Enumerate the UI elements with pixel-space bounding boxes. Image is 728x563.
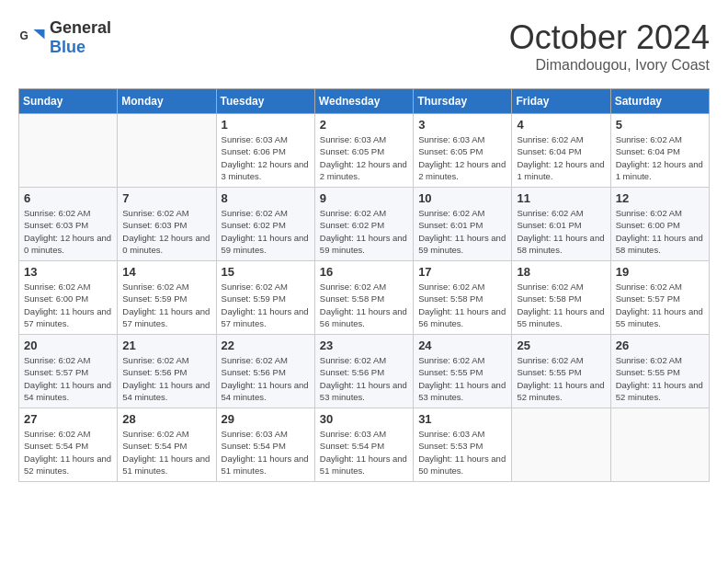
day-number: 29 bbox=[222, 412, 310, 426]
calendar-day-cell: 8Sunrise: 6:02 AMSunset: 6:02 PMDaylight… bbox=[216, 188, 314, 261]
day-info: Sunrise: 6:03 AMSunset: 6:05 PMDaylight:… bbox=[320, 133, 408, 182]
day-number: 15 bbox=[222, 265, 310, 279]
day-number: 9 bbox=[320, 191, 408, 205]
day-info: Sunrise: 6:03 AMSunset: 5:53 PMDaylight:… bbox=[418, 428, 506, 477]
logo-icon: G bbox=[18, 24, 46, 52]
day-number: 5 bbox=[616, 118, 704, 132]
day-info: Sunrise: 6:02 AMSunset: 5:56 PMDaylight:… bbox=[320, 354, 408, 403]
calendar-day-cell: 10Sunrise: 6:02 AMSunset: 6:01 PMDayligh… bbox=[414, 188, 512, 261]
day-number: 1 bbox=[222, 118, 310, 132]
day-number: 11 bbox=[517, 191, 605, 205]
location-subtitle: Dimandougou, Ivory Coast bbox=[509, 57, 710, 74]
calendar-day-cell: 15Sunrise: 6:02 AMSunset: 5:59 PMDayligh… bbox=[216, 261, 314, 335]
calendar-day-cell: 23Sunrise: 6:02 AMSunset: 5:56 PMDayligh… bbox=[314, 335, 413, 408]
calendar-week-row: 1Sunrise: 6:03 AMSunset: 6:06 PMDaylight… bbox=[19, 114, 710, 188]
header: G General Blue October 2024 Dimandougou,… bbox=[18, 18, 710, 74]
day-info: Sunrise: 6:03 AMSunset: 5:54 PMDaylight:… bbox=[320, 428, 408, 477]
day-info: Sunrise: 6:02 AMSunset: 6:03 PMDaylight:… bbox=[24, 207, 112, 256]
day-info: Sunrise: 6:02 AMSunset: 6:00 PMDaylight:… bbox=[24, 281, 112, 329]
calendar-week-row: 27Sunrise: 6:02 AMSunset: 5:54 PMDayligh… bbox=[19, 408, 710, 482]
day-number: 24 bbox=[418, 339, 506, 352]
calendar-day-cell bbox=[610, 408, 709, 482]
weekday-header-cell: Saturday bbox=[610, 89, 709, 114]
day-number: 3 bbox=[418, 118, 506, 132]
day-number: 17 bbox=[418, 265, 506, 279]
day-info: Sunrise: 6:02 AMSunset: 5:58 PMDaylight:… bbox=[418, 281, 506, 329]
day-info: Sunrise: 6:02 AMSunset: 5:54 PMDaylight:… bbox=[122, 428, 210, 477]
day-info: Sunrise: 6:03 AMSunset: 6:05 PMDaylight:… bbox=[418, 133, 506, 182]
calendar-day-cell: 31Sunrise: 6:03 AMSunset: 5:53 PMDayligh… bbox=[414, 408, 512, 482]
day-number: 27 bbox=[24, 412, 112, 426]
calendar-day-cell: 21Sunrise: 6:02 AMSunset: 5:56 PMDayligh… bbox=[118, 335, 216, 408]
calendar-day-cell: 5Sunrise: 6:02 AMSunset: 6:04 PMDaylight… bbox=[610, 114, 709, 188]
day-info: Sunrise: 6:02 AMSunset: 5:57 PMDaylight:… bbox=[616, 281, 704, 329]
day-info: Sunrise: 6:02 AMSunset: 6:02 PMDaylight:… bbox=[320, 207, 408, 256]
day-number: 18 bbox=[517, 265, 605, 279]
calendar-week-row: 20Sunrise: 6:02 AMSunset: 5:57 PMDayligh… bbox=[19, 335, 710, 408]
calendar-day-cell: 17Sunrise: 6:02 AMSunset: 5:58 PMDayligh… bbox=[414, 261, 512, 335]
weekday-header-cell: Friday bbox=[512, 89, 610, 114]
weekday-header-cell: Sunday bbox=[19, 89, 118, 114]
calendar-day-cell: 20Sunrise: 6:02 AMSunset: 5:57 PMDayligh… bbox=[19, 335, 118, 408]
calendar-day-cell bbox=[512, 408, 610, 482]
day-info: Sunrise: 6:02 AMSunset: 5:56 PMDaylight:… bbox=[222, 354, 310, 403]
weekday-header-row: SundayMondayTuesdayWednesdayThursdayFrid… bbox=[19, 89, 710, 114]
calendar-day-cell: 12Sunrise: 6:02 AMSunset: 6:00 PMDayligh… bbox=[610, 188, 709, 261]
calendar-day-cell: 28Sunrise: 6:02 AMSunset: 5:54 PMDayligh… bbox=[118, 408, 216, 482]
day-info: Sunrise: 6:02 AMSunset: 5:59 PMDaylight:… bbox=[222, 281, 310, 329]
calendar-day-cell: 1Sunrise: 6:03 AMSunset: 6:06 PMDaylight… bbox=[216, 114, 314, 188]
day-info: Sunrise: 6:02 AMSunset: 6:01 PMDaylight:… bbox=[418, 207, 506, 256]
calendar-day-cell: 7Sunrise: 6:02 AMSunset: 6:03 PMDaylight… bbox=[118, 188, 216, 261]
calendar-day-cell: 16Sunrise: 6:02 AMSunset: 5:58 PMDayligh… bbox=[314, 261, 413, 335]
day-info: Sunrise: 6:02 AMSunset: 5:57 PMDaylight:… bbox=[24, 354, 112, 403]
day-info: Sunrise: 6:02 AMSunset: 6:03 PMDaylight:… bbox=[122, 207, 210, 256]
calendar-day-cell: 18Sunrise: 6:02 AMSunset: 5:58 PMDayligh… bbox=[512, 261, 610, 335]
title-area: October 2024 Dimandougou, Ivory Coast bbox=[509, 18, 710, 74]
calendar-day-cell: 2Sunrise: 6:03 AMSunset: 6:05 PMDaylight… bbox=[314, 114, 413, 188]
day-info: Sunrise: 6:02 AMSunset: 5:55 PMDaylight:… bbox=[418, 354, 506, 403]
day-number: 20 bbox=[24, 339, 112, 352]
calendar-day-cell: 4Sunrise: 6:02 AMSunset: 6:04 PMDaylight… bbox=[512, 114, 610, 188]
calendar-day-cell bbox=[19, 114, 118, 188]
calendar-day-cell: 11Sunrise: 6:02 AMSunset: 6:01 PMDayligh… bbox=[512, 188, 610, 261]
calendar-day-cell: 27Sunrise: 6:02 AMSunset: 5:54 PMDayligh… bbox=[19, 408, 118, 482]
logo-text: General Blue bbox=[50, 18, 111, 57]
day-number: 22 bbox=[222, 339, 310, 352]
calendar-day-cell: 29Sunrise: 6:03 AMSunset: 5:54 PMDayligh… bbox=[216, 408, 314, 482]
day-number: 7 bbox=[122, 191, 210, 205]
calendar-day-cell bbox=[118, 114, 216, 188]
day-info: Sunrise: 6:02 AMSunset: 5:55 PMDaylight:… bbox=[616, 354, 704, 403]
day-info: Sunrise: 6:03 AMSunset: 6:06 PMDaylight:… bbox=[222, 133, 310, 182]
day-number: 10 bbox=[418, 191, 506, 205]
calendar-day-cell: 19Sunrise: 6:02 AMSunset: 5:57 PMDayligh… bbox=[610, 261, 709, 335]
calendar-day-cell: 24Sunrise: 6:02 AMSunset: 5:55 PMDayligh… bbox=[414, 335, 512, 408]
day-info: Sunrise: 6:02 AMSunset: 5:58 PMDaylight:… bbox=[517, 281, 605, 329]
day-number: 6 bbox=[24, 191, 112, 205]
day-number: 13 bbox=[24, 265, 112, 279]
logo: G General Blue bbox=[18, 18, 111, 57]
weekday-header-cell: Thursday bbox=[414, 89, 512, 114]
day-info: Sunrise: 6:02 AMSunset: 6:00 PMDaylight:… bbox=[616, 207, 704, 256]
weekday-header-cell: Wednesday bbox=[314, 89, 413, 114]
day-number: 16 bbox=[320, 265, 408, 279]
day-number: 21 bbox=[122, 339, 210, 352]
day-number: 25 bbox=[517, 339, 605, 352]
calendar-day-cell: 30Sunrise: 6:03 AMSunset: 5:54 PMDayligh… bbox=[314, 408, 413, 482]
day-info: Sunrise: 6:02 AMSunset: 6:04 PMDaylight:… bbox=[517, 133, 605, 182]
calendar-week-row: 6Sunrise: 6:02 AMSunset: 6:03 PMDaylight… bbox=[19, 188, 710, 261]
day-number: 12 bbox=[616, 191, 704, 205]
month-title: October 2024 bbox=[509, 18, 710, 57]
day-number: 30 bbox=[320, 412, 408, 426]
day-info: Sunrise: 6:02 AMSunset: 5:58 PMDaylight:… bbox=[320, 281, 408, 329]
calendar-day-cell: 26Sunrise: 6:02 AMSunset: 5:55 PMDayligh… bbox=[610, 335, 709, 408]
calendar-day-cell: 3Sunrise: 6:03 AMSunset: 6:05 PMDaylight… bbox=[414, 114, 512, 188]
calendar-day-cell: 6Sunrise: 6:02 AMSunset: 6:03 PMDaylight… bbox=[19, 188, 118, 261]
svg-marker-1 bbox=[34, 29, 45, 40]
day-number: 4 bbox=[517, 118, 605, 132]
calendar-day-cell: 13Sunrise: 6:02 AMSunset: 6:00 PMDayligh… bbox=[19, 261, 118, 335]
day-number: 2 bbox=[320, 118, 408, 132]
day-info: Sunrise: 6:02 AMSunset: 5:54 PMDaylight:… bbox=[24, 428, 112, 477]
day-number: 31 bbox=[418, 412, 506, 426]
day-number: 23 bbox=[320, 339, 408, 352]
weekday-header-cell: Tuesday bbox=[216, 89, 314, 114]
